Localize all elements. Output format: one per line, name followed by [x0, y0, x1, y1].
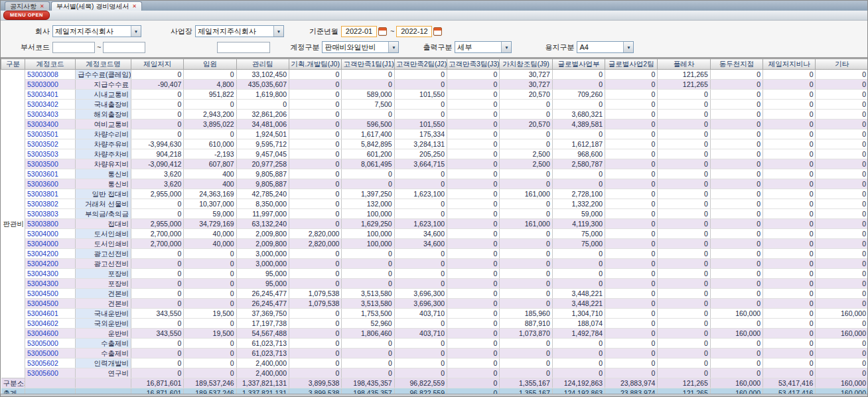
grid-cell[interactable]: 0	[710, 189, 762, 199]
grid-cell[interactable]: 0	[394, 319, 447, 329]
grid-cell[interactable]: 0	[658, 279, 710, 289]
grid-cell[interactable]: 일반 접대비	[76, 189, 131, 199]
grid-cell[interactable]: 0	[447, 299, 500, 309]
grid-cell[interactable]: 국내출장비	[76, 100, 131, 110]
grid-cell[interactable]: 0	[289, 149, 342, 159]
grid-cell[interactable]: 403,710	[394, 329, 447, 339]
grid-cell[interactable]: 0	[605, 70, 658, 80]
grid-cell[interactable]: 23,883,974	[605, 388, 658, 394]
grid-cell[interactable]: 0	[500, 259, 552, 269]
grid-cell[interactable]: 0	[131, 368, 184, 378]
grid-cell[interactable]: 0	[763, 70, 816, 80]
grid-cell[interactable]: 0	[289, 368, 342, 378]
grid-cell[interactable]: 0	[605, 279, 658, 289]
grid-cell[interactable]: 0	[605, 209, 658, 219]
grid-cell[interactable]: 23,883,974	[605, 378, 658, 388]
grid-cell[interactable]: 0	[184, 259, 236, 269]
grid-cell[interactable]: 33,102,450	[236, 70, 289, 80]
grid-cell[interactable]: 0	[184, 339, 236, 349]
grid-cell[interactable]: 0	[131, 269, 184, 279]
grid-cell[interactable]: 0	[342, 339, 394, 349]
grid-cell[interactable]: 도서인쇄비	[76, 229, 131, 239]
grid-cell[interactable]: 0	[605, 179, 658, 189]
grid-cell[interactable]: 0	[710, 179, 762, 189]
grid-cell[interactable]: 101,550	[394, 90, 447, 100]
grid-cell[interactable]: 160,000	[816, 309, 867, 319]
grid-cell[interactable]: 16,871,601	[131, 378, 184, 388]
grid-cell[interactable]: 0	[289, 349, 342, 358]
grid-cell[interactable]: 26,245,477	[236, 299, 289, 309]
grid-cell[interactable]: 0	[447, 159, 500, 169]
grid-cell[interactable]: 3,895,022	[184, 119, 236, 129]
grid-cell[interactable]: 1,397,250	[342, 189, 394, 199]
grid-cell[interactable]: 지급수수료	[76, 80, 131, 90]
grid-cell[interactable]: 포장비	[76, 279, 131, 289]
grid-cell[interactable]: 0	[289, 70, 342, 80]
grid-cell[interactable]: 0	[500, 169, 552, 179]
grid-cell[interactable]: 0	[710, 299, 762, 309]
grid-cell[interactable]: 2,820,000	[289, 239, 342, 249]
grid-cell[interactable]: 0	[342, 259, 394, 269]
grid-cell[interactable]: 26,245,477	[236, 289, 289, 299]
grid-cell[interactable]: 0	[658, 169, 710, 179]
grid-cell[interactable]: 0	[289, 319, 342, 329]
grid-cell[interactable]: 3,899,538	[289, 378, 342, 388]
grid-cell[interactable]: 거래처 선물비	[76, 199, 131, 209]
grid-cell[interactable]: 0	[605, 329, 658, 339]
grid-cell[interactable]: 0	[763, 309, 816, 319]
grid-cell[interactable]: 0	[710, 169, 762, 179]
grid-cell[interactable]: 0	[710, 289, 762, 299]
grid-cell[interactable]: 차량수리비	[76, 129, 131, 139]
grid-cell[interactable]: 0	[710, 149, 762, 159]
calendar-icon[interactable]	[378, 27, 387, 36]
grid-cell[interactable]: 0	[710, 229, 762, 239]
grid-cell[interactable]: 차량주차비	[76, 149, 131, 159]
grid-cell[interactable]: 0	[763, 129, 816, 139]
grid-cell[interactable]: 2,943,200	[184, 110, 236, 119]
grid-cell[interactable]: 광고선전비	[76, 259, 131, 269]
grid-cell[interactable]: 1,332,200	[552, 199, 605, 209]
grid-cell[interactable]: 2,700,000	[131, 229, 184, 239]
grid-cell[interactable]: 0	[658, 129, 710, 139]
grid-cell[interactable]: 0	[763, 339, 816, 349]
grid-cell[interactable]: 0	[394, 349, 447, 358]
grid-cell[interactable]: 0	[658, 209, 710, 219]
table-row[interactable]: 53003500차량유지비-3,090,412607,80720,977,258…	[1, 159, 868, 169]
grid-cell[interactable]: 0	[763, 100, 816, 110]
grid-cell[interactable]: 0	[816, 358, 867, 368]
grid-cell[interactable]: 30,727	[500, 70, 552, 80]
grid-cell[interactable]: 차량유지비	[76, 159, 131, 169]
table-row[interactable]: 53003403해외출장비02,943,20032,861,206000003,…	[1, 110, 868, 119]
grid-cell[interactable]: 0	[710, 259, 762, 269]
grid-cell[interactable]: 198,435,357	[342, 378, 394, 388]
grid-cell[interactable]: 0	[289, 139, 342, 149]
grid-cell[interactable]: 2,500	[500, 159, 552, 169]
grid-cell[interactable]: 160,000	[816, 378, 867, 388]
grid-cell[interactable]: 0	[605, 368, 658, 378]
grid-cell[interactable]: 0	[816, 209, 867, 219]
table-row[interactable]: 53004601국내운반비343,55019,50037,369,75001,7…	[1, 309, 868, 319]
grid-cell[interactable]: 0	[605, 358, 658, 368]
chevron-down-icon[interactable]: ▼	[623, 42, 633, 52]
company-select[interactable]: 제일저지주식회사 ▼	[52, 25, 141, 37]
grid-cell[interactable]: 0	[184, 299, 236, 309]
grid-cell[interactable]	[25, 388, 76, 394]
grid-cell[interactable]: 75,000	[552, 239, 605, 249]
grid-cell[interactable]: 0	[500, 299, 552, 309]
table-row[interactable]: 53003600통신비3,6204009,805,88700000000000	[1, 179, 868, 189]
grid-cell[interactable]: 0	[447, 339, 500, 349]
grid-cell[interactable]: 0	[131, 349, 184, 358]
chevron-down-icon[interactable]: ▼	[273, 26, 283, 37]
output-type-select[interactable]: 세부 ▼	[455, 41, 512, 53]
grid-cell[interactable]: 광고선전비	[76, 249, 131, 259]
grid-cell[interactable]: 0	[184, 319, 236, 329]
grid-cell[interactable]: 0	[816, 349, 867, 358]
paper-type-select[interactable]: A4 ▼	[577, 41, 634, 53]
grid-cell[interactable]: 0	[552, 169, 605, 179]
grid-cell[interactable]: 0	[658, 189, 710, 199]
grid-cell[interactable]: 0	[447, 269, 500, 279]
grid-cell[interactable]: -90,407	[131, 80, 184, 90]
grid-cell[interactable]: 해외출장비	[76, 110, 131, 119]
grid-cell[interactable]: 0	[763, 199, 816, 209]
grid-cell[interactable]: 0	[447, 100, 500, 110]
